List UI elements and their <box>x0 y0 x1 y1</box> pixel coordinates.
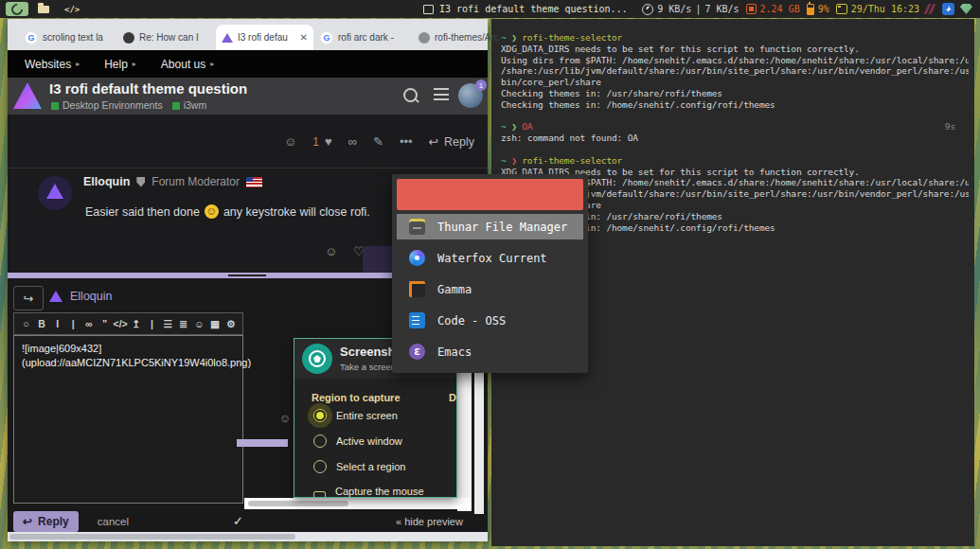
delay-label: Delay <box>449 392 457 403</box>
code-icon[interactable]: </> <box>113 318 129 329</box>
browser-tab[interactable]: I3 rofi defau✕ <box>216 25 313 50</box>
browser-icon <box>9 1 26 17</box>
nav-item-websites[interactable]: Websites▸ <box>25 58 80 71</box>
numbered-list-icon[interactable]: ≣ <box>175 318 191 329</box>
hide-preview-link[interactable]: « hide preview <box>396 516 463 527</box>
bold-icon[interactable]: B <box>34 318 50 329</box>
hamburger-menu-icon[interactable] <box>434 88 449 100</box>
capture-option-select-a-region[interactable]: Select a region <box>313 460 405 473</box>
workspace-browser-workspace[interactable] <box>6 2 28 16</box>
quote-icon[interactable]: ” <box>97 318 113 329</box>
emoji-icon[interactable]: ☺ <box>191 318 207 329</box>
workspace-switcher: </> <box>4 0 87 18</box>
tag-i3wm[interactable]: i3wm <box>172 99 207 111</box>
tab-title: scroling text la <box>43 32 111 43</box>
rofi-search-input[interactable] <box>397 179 583 210</box>
waterfox-tray-icon[interactable] <box>924 4 936 14</box>
terminal-line: Checking themes in: /usr/share/rofi/them… <box>501 88 969 99</box>
rofi-item-label: Code - OSS <box>437 314 506 328</box>
prompt-symbol: ❯ <box>511 155 522 166</box>
post-author-name[interactable]: Elloquin <box>83 175 130 188</box>
forum-header: I3 rofi default theme question Desktop E… <box>8 78 488 115</box>
browser-tab[interactable]: Grofi arc dark - <box>314 25 412 50</box>
region-to-capture-label: Region to capture <box>312 392 401 403</box>
tab-title: Re: How can I <box>139 32 209 43</box>
composer-footer: ↩ Reply cancel <box>13 511 129 532</box>
clock: 29/Thu 16:23 <box>836 4 919 14</box>
gear-icon[interactable]: ⚙ <box>223 318 239 329</box>
tag-desktop-environments[interactable]: Desktop Environments <box>51 99 163 111</box>
rofi-item-code-oss[interactable]: Code - OSS <box>397 308 583 333</box>
nav-item-help[interactable]: Help▸ <box>104 58 136 71</box>
tab-close-icon[interactable]: ✕ <box>300 32 308 43</box>
reply-to-icon[interactable]: ↪ <box>13 286 44 310</box>
comment-icon[interactable]: ○ <box>18 318 34 329</box>
emoji-reaction-icon[interactable]: ☺ <box>284 134 296 149</box>
nav-label: Websites <box>25 58 71 71</box>
heart-icon[interactable]: ♥ <box>325 134 332 149</box>
command-duration: 9s <box>945 121 955 133</box>
option-label: Capture the mouse pointer <box>335 486 456 498</box>
scrollbar-thumb[interactable] <box>248 501 348 506</box>
rofi-item-gamma[interactable]: Gamma <box>397 276 583 302</box>
browser-tab[interactable]: Re: How can I <box>117 25 215 50</box>
pencil-icon[interactable]: ✎ <box>373 134 383 149</box>
radio-icon[interactable] <box>313 460 327 473</box>
notification-badge[interactable]: 1 <box>475 80 487 91</box>
terminal-line: Checking themes in: /home/snehit/.config… <box>501 99 969 111</box>
rofi-item-label: Gamma <box>437 283 472 296</box>
capture-option-capture-the-mouse-pointer[interactable]: Capture the mouse pointer <box>313 486 456 498</box>
emoji-reaction-icon[interactable]: ☺ <box>325 244 337 258</box>
link-icon[interactable]: ∞ <box>81 318 98 329</box>
composer-reply-button[interactable]: ↩ Reply <box>13 511 79 532</box>
reply-arrow-icon: ↩ <box>429 134 438 149</box>
preview-horizontal-scrollbar[interactable] <box>244 498 471 509</box>
terminal-line: bin/core_perl/share <box>501 77 969 88</box>
composer-cancel-link[interactable]: cancel <box>98 516 129 527</box>
link-icon[interactable]: ∞ <box>348 134 357 149</box>
browser-vertical-scrollbar[interactable] <box>474 372 484 514</box>
workspace-code-workspace[interactable]: </> <box>59 2 85 16</box>
capture-option-entire-screen[interactable]: Entire screen <box>313 409 398 422</box>
calendar-icon[interactable]: ▦ <box>207 318 223 329</box>
tab-title: rofi arc dark - <box>338 32 406 43</box>
bulleted-list-icon[interactable]: ☰ <box>160 318 176 329</box>
rofi-item-thunar[interactable]: Thunar File Manager <box>397 214 583 239</box>
output-text: zsh: command not found: OA <box>501 133 638 143</box>
network-tray-icon[interactable] <box>960 4 972 14</box>
messenger-tray-icon[interactable] <box>942 3 954 15</box>
topic-tags: Desktop Environments i3wm <box>51 99 206 111</box>
terminal-line <box>501 144 969 155</box>
rofi-item-emacs[interactable]: εEmacs <box>397 339 583 364</box>
checkbox-icon[interactable] <box>313 491 326 499</box>
reply-button[interactable]: ↩Reply <box>429 134 474 149</box>
composer-text-line: ![image|609x432] <box>22 342 235 356</box>
forum-triangle-favicon <box>222 32 233 44</box>
post-author-avatar[interactable] <box>38 176 72 210</box>
command-text: OA <box>522 121 532 132</box>
browser-tab[interactable]: Gscroling text la <box>19 25 116 50</box>
desktop: ~ ❯ rofi-theme-selectorXDG_DATA_DIRS nee… <box>0 0 980 549</box>
composer-textarea[interactable]: ![image|609x432] (upload://aaMCIZN71KLPC… <box>13 335 243 504</box>
reply-to-author[interactable]: Elloquin <box>70 290 112 303</box>
scrollbar-thumb[interactable] <box>9 534 295 540</box>
browser-horizontal-scrollbar[interactable] <box>8 532 488 541</box>
radio-selected-icon[interactable] <box>313 409 327 422</box>
forum-logo[interactable] <box>13 82 42 109</box>
radio-icon[interactable] <box>313 434 327 448</box>
post-thumbnail[interactable] <box>363 246 393 273</box>
workspace-files-workspace[interactable] <box>32 2 55 16</box>
upload-icon[interactable]: ↥ <box>128 318 144 329</box>
like-count: 1 <box>312 135 319 149</box>
prompt-path: ~ <box>501 155 511 166</box>
option-label: Active window <box>336 435 402 447</box>
capture-option-active-window[interactable]: Active window <box>313 434 402 448</box>
separator: | <box>65 318 81 329</box>
rofi-item-waterfox[interactable]: Waterfox Current <box>397 245 583 271</box>
browser-tab[interactable]: rofi-themes/Arc <box>413 25 510 50</box>
italic-icon[interactable]: I <box>49 318 65 329</box>
search-icon[interactable] <box>403 88 418 102</box>
window-icon <box>423 5 434 14</box>
nav-item-about-us[interactable]: About us▸ <box>161 58 214 71</box>
ellipsis-icon[interactable]: ••• <box>400 134 413 149</box>
